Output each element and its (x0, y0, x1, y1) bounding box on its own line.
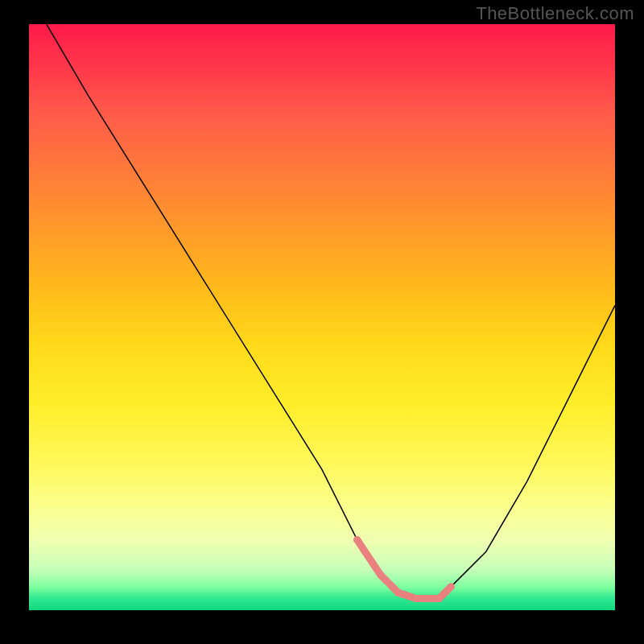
curve-line (47, 24, 615, 598)
svg-point-11 (427, 595, 435, 602)
watermark-text: TheBottleneck.com (476, 3, 634, 24)
plot-area (29, 24, 615, 610)
svg-point-15 (448, 583, 455, 590)
svg-point-3 (377, 572, 384, 579)
low-segment-markers (353, 536, 455, 602)
svg-point-9 (412, 595, 419, 602)
svg-point-0 (353, 536, 361, 543)
chart-svg (29, 24, 615, 610)
svg-point-1 (361, 548, 369, 555)
svg-point-4 (383, 577, 390, 584)
svg-point-2 (369, 559, 377, 567)
svg-point-10 (420, 595, 427, 602)
svg-point-5 (389, 583, 396, 590)
